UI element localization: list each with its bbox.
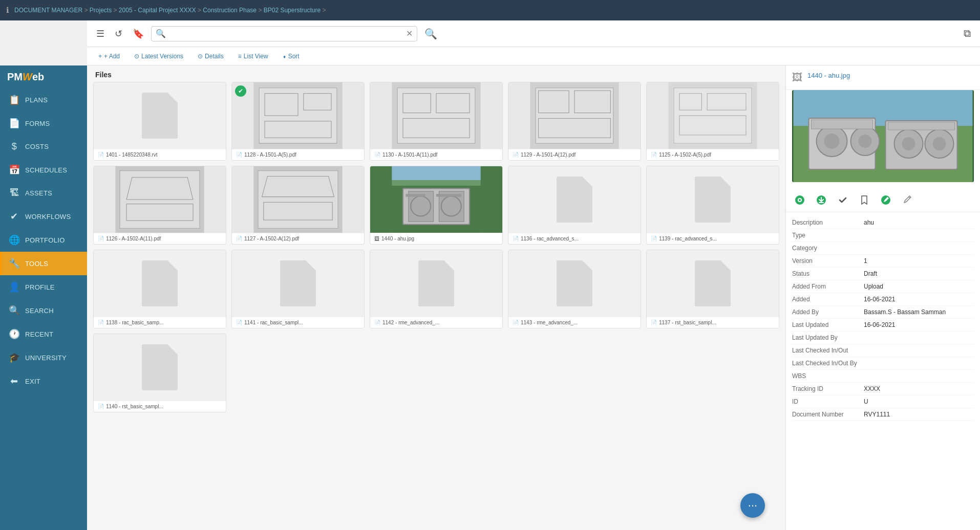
annotate-action-button[interactable]: [900, 192, 915, 208]
view-action-button[interactable]: [792, 192, 807, 208]
file-card[interactable]: 📄 1401 - 1485220348.rvt: [93, 82, 226, 161]
panel-filename[interactable]: 1440 - ahu.jpg: [807, 72, 850, 79]
file-card[interactable]: 📄 1143 - rme_advanced_...: [508, 250, 641, 328]
file-type-icon: 📄: [374, 320, 380, 325]
search-input[interactable]: [168, 27, 406, 41]
blueprint-thumb: [94, 166, 226, 233]
meta-row-last-checked: Last Checked In/Out: [792, 344, 974, 357]
approve-action-button[interactable]: [835, 192, 850, 208]
file-card[interactable]: 📄 1126 - A-1502-A(11).pdf: [93, 166, 226, 245]
file-card[interactable]: 📄 1140 - rst_basic_sampl...: [93, 334, 226, 412]
meta-row-status: Status Draft: [792, 268, 974, 280]
files-grid: 📄 1401 - 1485220348.rvt: [93, 82, 779, 412]
sidebar-item-label: PROFILE: [25, 283, 55, 291]
sidebar-item-exit[interactable]: ⬅ EXIT: [0, 369, 87, 393]
blueprint-svg: [508, 82, 641, 149]
meta-value-added-from: Upload: [864, 283, 974, 290]
file-thumbnail: [647, 82, 779, 149]
list-view-button[interactable]: ≡ List View: [235, 51, 271, 62]
schedules-icon: 📅: [9, 164, 20, 175]
file-card[interactable]: 📄 1137 - rst_basic_sampl...: [646, 250, 779, 328]
meta-label: Last Checked In/Out: [792, 347, 864, 354]
meta-label: Added: [792, 296, 864, 303]
meta-value-added-by: Bassam.S - Bassam Samman: [864, 308, 974, 316]
sidebar-item-label: FORMS: [25, 120, 50, 127]
sidebar-item-search[interactable]: 🔍 SEARCH: [0, 299, 87, 322]
file-name: 🖼 1440 - ahu.jpg: [370, 233, 502, 244]
file-card[interactable]: 📄 1127 - A-1502-A(12).pdf: [231, 166, 365, 245]
file-card[interactable]: 📄 1141 - rac_basic_sampl...: [231, 250, 365, 328]
file-thumbnail: [94, 166, 226, 233]
file-card[interactable]: ✔ 📄 1128 - A-1501-A(5).pdf: [231, 82, 365, 161]
file-card[interactable]: 🖼 1440 - ahu.jpg: [370, 166, 503, 245]
placeholder-thumb: [695, 260, 731, 306]
placeholder-thumb: [142, 344, 178, 390]
placeholder-thumb: [280, 260, 316, 306]
meta-value-last-checked: [864, 347, 974, 354]
tools-icon: 🔧: [9, 258, 20, 269]
file-type-icon: 📄: [651, 152, 657, 158]
sort-button[interactable]: ⬧ Sort: [280, 51, 303, 62]
file-type-icon: 📄: [374, 152, 380, 158]
edit-action-button[interactable]: [878, 192, 893, 208]
meta-label: Type: [792, 232, 864, 239]
sidebar-item-university[interactable]: 🎓 UNIVERSITY: [0, 346, 87, 369]
file-card[interactable]: 📄 1129 - A-1501-A(12).pdf: [508, 82, 641, 161]
download-action-button[interactable]: [814, 192, 829, 208]
download-icon: [816, 194, 827, 206]
placeholder-thumb: [557, 260, 592, 306]
meta-row-added-by: Added By Bassam.S - Bassam Samman: [792, 306, 974, 319]
checkmark-icon: [837, 194, 848, 206]
bookmark-button[interactable]: 🔖: [130, 26, 147, 41]
sidebar-item-recent[interactable]: 🕐 RECENT: [0, 322, 87, 346]
placeholder-thumb: [142, 93, 178, 139]
sidebar-item-schedules[interactable]: 📅 SCHEDULES: [0, 158, 87, 182]
sidebar-item-forms[interactable]: 📄 FORMS: [0, 112, 87, 135]
files-grid-wrapper[interactable]: 📄 1401 - 1485220348.rvt: [87, 82, 785, 530]
file-name: 📄 1125 - A-1502-A(5).pdf: [647, 149, 779, 160]
meta-value-tracking-id: XXXX: [864, 385, 974, 392]
fab-button[interactable]: ···: [740, 493, 765, 518]
meta-value-last-updated-by: [864, 334, 974, 341]
search-icon: 🔍: [156, 29, 166, 38]
file-card[interactable]: 📄 1138 - rac_basic_samp...: [93, 250, 226, 328]
search-clear-icon[interactable]: ✕: [406, 29, 413, 38]
info-icon[interactable]: ℹ: [6, 6, 9, 15]
versions-icon: ⊙: [134, 53, 139, 60]
sidebar-item-profile[interactable]: 👤 PROFILE: [0, 275, 87, 299]
file-card[interactable]: 📄 1142 - rme_advanced_...: [370, 250, 503, 328]
file-card[interactable]: 📄 1125 - A-1502-A(5).pdf: [646, 82, 779, 161]
file-card[interactable]: 📄 1136 - rac_advanced_s...: [508, 166, 641, 245]
meta-row-tracking-id: Tracking ID XXXX: [792, 383, 974, 395]
file-name: 📄 1138 - rac_basic_samp...: [94, 317, 226, 328]
details-button[interactable]: ⊙ Details: [195, 51, 227, 62]
save-action-button[interactable]: [857, 192, 872, 208]
add-button[interactable]: + + Add: [95, 51, 123, 62]
sidebar: PMWeb 📋 PLANS 📄 FORMS $ COSTS 📅 SCHEDULE…: [0, 65, 87, 530]
file-name: 📄 1130 - A-1501-A(11).pdf: [370, 149, 502, 160]
menu-button[interactable]: ☰: [93, 26, 108, 41]
meta-row-category: Category: [792, 242, 974, 255]
sidebar-item-plans[interactable]: 📋 PLANS: [0, 88, 87, 112]
meta-value-type: [864, 232, 974, 239]
sidebar-item-costs[interactable]: $ COSTS: [0, 135, 87, 158]
blueprint-thumb: [508, 82, 641, 149]
file-name: 📄 1141 - rac_basic_sampl...: [232, 317, 364, 328]
meta-value-last-updated: 16-06-2021: [864, 321, 974, 328]
latest-versions-button[interactable]: ⊙ Latest Versions: [131, 51, 186, 62]
history-button[interactable]: ↺: [112, 26, 125, 41]
file-card[interactable]: 📄 1139 - rac_advanced_s...: [646, 166, 779, 245]
sidebar-item-tools[interactable]: 🔧 TOOLS: [0, 252, 87, 275]
sidebar-item-assets[interactable]: 🏗 ASSETS: [0, 182, 87, 205]
sidebar-item-portfolio[interactable]: 🌐 PORTFOLIO: [0, 228, 87, 252]
profile-icon: 👤: [9, 281, 20, 293]
filter-button[interactable]: ⧉: [961, 26, 974, 41]
file-card[interactable]: 📄 1130 - A-1501-A(11).pdf: [370, 82, 503, 161]
file-thumbnail: [94, 334, 226, 401]
zoom-button[interactable]: 🔍: [421, 26, 440, 42]
sidebar-item-workflows[interactable]: ✔ WORKFLOWS: [0, 205, 87, 228]
panel-photo-svg: [792, 90, 974, 182]
workflows-icon: ✔: [9, 211, 20, 222]
file-name: 📄 1142 - rme_advanced_...: [370, 317, 502, 328]
meta-row-description: Description ahu: [792, 216, 974, 229]
